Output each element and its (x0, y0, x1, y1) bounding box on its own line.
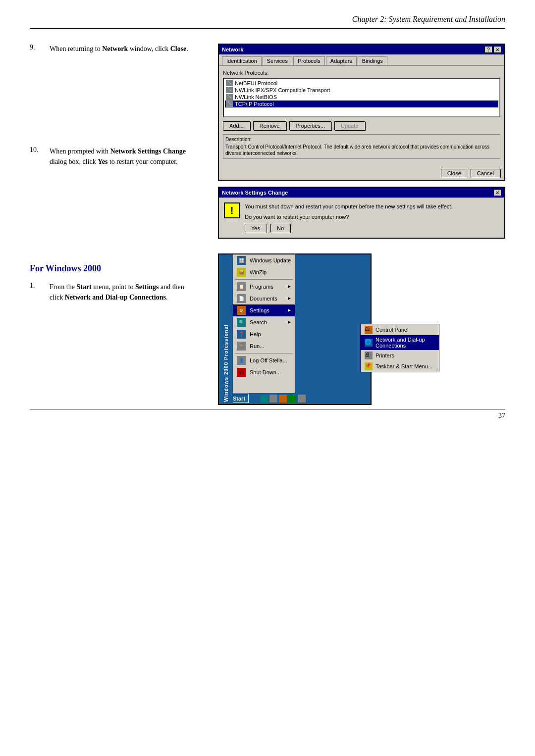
win2k-instructions: For Windows 2000 1. From the Start menu,… (30, 253, 198, 310)
tray-icon-3 (269, 395, 277, 403)
add-button[interactable]: Add... (223, 121, 250, 130)
tab-identification[interactable]: Identification (222, 56, 262, 65)
tab-bindings[interactable]: Bindings (358, 56, 387, 65)
protocol-tcp-ip[interactable]: 🔧 TCP/IP Protocol (225, 101, 498, 107)
step-9: 9. When returning to Network window, cli… (30, 44, 198, 54)
step-1-bold2: Settings (135, 283, 159, 291)
menu-programs[interactable]: 📋 Programs ▶ (233, 281, 295, 293)
settings-icon: ⚙ (237, 306, 246, 315)
tab-protocols[interactable]: Protocols (293, 56, 325, 65)
nsc-question: Do you want to restart your computer now… (245, 214, 452, 220)
protocol-icon-2: 🔧 (226, 87, 233, 93)
menu-logoff[interactable]: 👤 Log Off Stella... (233, 354, 295, 366)
description-label: Description: (225, 137, 498, 142)
menu-help[interactable]: ❓ Help (233, 328, 295, 340)
network-dialog-title: Network (222, 47, 243, 52)
protocol-buttons: Add... Remove Properties... Update (223, 121, 500, 130)
network-dialog: Network ? ✕ Identification Services Prot… (218, 44, 505, 181)
step-1-number: 1. (30, 282, 45, 302)
step-9-number: 9. (30, 44, 45, 54)
nsc-buttons: Yes No (245, 224, 452, 233)
programs-label: Programs (250, 284, 273, 290)
protocols-listbox[interactable]: 🔧 NetBEUI Protocol 🔧 NWLink IPX/SPX Comp… (223, 78, 500, 117)
tab-services[interactable]: Services (263, 56, 292, 65)
remove-button[interactable]: Remove (253, 121, 286, 130)
menu-settings[interactable]: ⚙ Settings ▶ (233, 304, 295, 316)
submenu-printers[interactable]: 🖨 Printers (361, 350, 439, 361)
taskbar-label: Taskbar & Start Menu... (375, 363, 432, 369)
protocol-nwlink-ipx-label: NWLink IPX/SPX Compatible Transport (235, 87, 330, 93)
menu-search[interactable]: 🔍 Search ▶ (233, 316, 295, 328)
tab-adapters[interactable]: Adapters (326, 56, 357, 65)
close-button[interactable]: ✕ (493, 46, 501, 53)
protocol-nwlink-netbios-label: NWLink NetBIOS (235, 94, 277, 100)
protocol-tcp-ip-label: TCP/IP Protocol (235, 101, 274, 107)
settings-label: Settings (250, 307, 269, 313)
yes-button[interactable]: Yes (245, 224, 267, 233)
help-icon: ❓ (237, 330, 246, 339)
run-label: Run... (250, 343, 264, 349)
protocol-nwlink-ipx[interactable]: 🔧 NWLink IPX/SPX Compatible Transport (225, 87, 498, 94)
update-button[interactable]: Update (334, 121, 365, 130)
protocol-netbeui[interactable]: 🔧 NetBEUI Protocol (225, 80, 498, 87)
search-arrow: ▶ (288, 320, 291, 324)
no-button[interactable]: No (270, 224, 290, 233)
winzip-label: WinZip (250, 269, 267, 275)
start-label: Start (233, 396, 245, 402)
programs-icon: 📋 (237, 282, 246, 291)
protocol-icon: 🔧 (226, 80, 233, 86)
taskbar-icon: 📌 (365, 362, 373, 370)
win2k-start-menu: Windows 2000 Professional 🪟 Windows Upda… (218, 253, 372, 405)
page-footer: 37 (30, 409, 505, 420)
nsc-dialog: Network Settings Change ✕ ! You must shu… (218, 187, 505, 239)
menu-winzip[interactable]: 📦 WinZip (233, 266, 295, 278)
protocol-netbeui-label: NetBEUI Protocol (235, 80, 277, 86)
programs-arrow: ▶ (288, 284, 291, 289)
windows-update-label: Windows Update (250, 257, 291, 263)
windows-update-icon: 🪟 (237, 256, 246, 265)
protocol-nwlink-netbios[interactable]: 🔧 NWLink NetBIOS (225, 94, 498, 101)
network-dialog-titlebar: Network ? ✕ (219, 45, 504, 54)
nsc-text-block: You must shut down and restart your comp… (245, 202, 452, 233)
cancel-button[interactable]: Cancel (471, 169, 500, 178)
win2k-sidebar-text: Windows 2000 Professional (223, 324, 229, 402)
nsc-titlebar-buttons: ✕ (493, 189, 501, 196)
nsc-close-button[interactable]: ✕ (493, 189, 501, 196)
submenu-network[interactable]: 🌐 Network and Dial-up Connections (361, 335, 439, 350)
network-icon: 🌐 (365, 339, 373, 347)
menu-shutdown[interactable]: ⏻ Shut Down... (233, 366, 295, 378)
warning-icon: ! (224, 202, 240, 218)
win2k-submenu: 🗂 Control Panel 🌐 Network and Dial-up Co… (360, 324, 439, 372)
submenu-taskbar[interactable]: 📌 Taskbar & Start Menu... (361, 361, 439, 372)
help-button[interactable]: ? (484, 46, 492, 53)
menu-separator-2 (235, 353, 293, 353)
win2k-taskbar: 🪟 Start (219, 393, 371, 404)
tray-icon-2 (260, 395, 268, 403)
step-10: 10. When prompted with Network Settings … (30, 146, 198, 167)
step-9-bold2: Close (170, 45, 187, 52)
win2k-menu-body: Windows 2000 Professional 🪟 Windows Upda… (219, 254, 371, 393)
menu-documents[interactable]: 📄 Documents ▶ (233, 293, 295, 304)
description-box: Description: Transport Control Protocol/… (223, 134, 500, 159)
documents-label: Documents (250, 296, 277, 302)
properties-button[interactable]: Properties... (289, 121, 331, 130)
control-panel-icon: 🗂 (365, 326, 373, 334)
nsc-text1: You must shut down and restart your comp… (245, 202, 452, 211)
printers-icon: 🖨 (365, 352, 373, 359)
menu-windows-update[interactable]: 🪟 Windows Update (233, 254, 295, 266)
printers-label: Printers (375, 353, 394, 358)
taskbar-tray-icons (251, 395, 306, 403)
win2k-sidebar: Windows 2000 Professional (219, 254, 233, 404)
menu-run[interactable]: 🏃 Run... (233, 340, 295, 352)
right-screenshots: Network ? ✕ Identification Services Prot… (218, 44, 505, 239)
documents-arrow: ▶ (288, 296, 291, 301)
protocol-icon-4: 🔧 (226, 101, 233, 107)
submenu-control-panel[interactable]: 🗂 Control Panel (361, 324, 439, 335)
step-10-bold2: Yes (98, 158, 107, 165)
description-text: Transport Control Protocol/Internet Prot… (225, 144, 498, 156)
shutdown-label: Shut Down... (250, 369, 281, 375)
tray-icon-5 (288, 395, 296, 403)
step-10-text: When prompted with Network Settings Chan… (50, 146, 198, 167)
close-dialog-button[interactable]: Close (441, 169, 468, 178)
nsc-body: ! You must shut down and restart your co… (219, 198, 504, 238)
